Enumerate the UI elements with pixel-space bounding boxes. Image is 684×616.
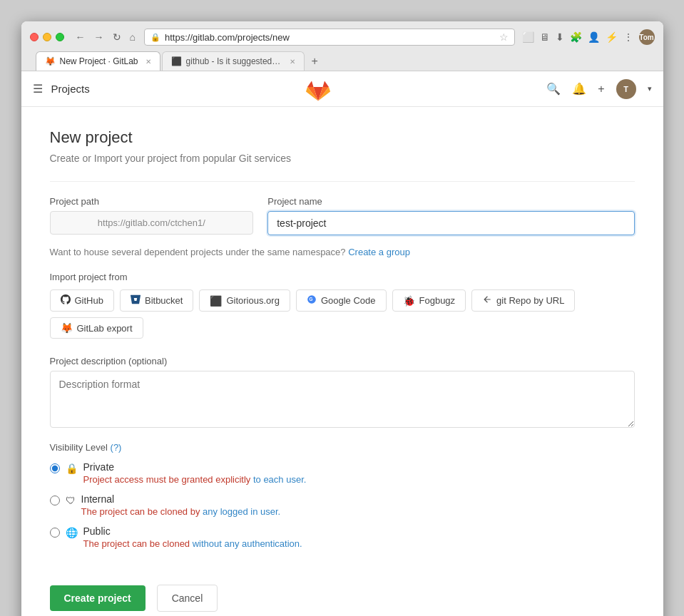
- screen-icon[interactable]: 🖥: [540, 31, 550, 43]
- visibility-private-radio[interactable]: [50, 463, 60, 473]
- cast-icon[interactable]: ⬜: [522, 31, 534, 43]
- visibility-private-option: 🔒 Private Project access must be granted…: [50, 461, 635, 485]
- project-path-display: https://gitlab.com/ctchen1/: [50, 211, 254, 235]
- import-gitorious-button[interactable]: ⬛ Gitorious.org: [199, 289, 290, 312]
- import-github-button[interactable]: GitHub: [50, 289, 114, 312]
- more-icon[interactable]: ⋮: [623, 31, 633, 43]
- notifications-icon[interactable]: 🔔: [572, 82, 586, 96]
- header-logo: [101, 76, 535, 102]
- header-left: ☰ Projects: [33, 82, 90, 96]
- cancel-button[interactable]: Cancel: [157, 585, 218, 612]
- visibility-internal-content: Internal The project can be cloned by an…: [81, 493, 281, 517]
- nav-buttons: ← → ↻ ⌂: [73, 30, 138, 44]
- header-projects-label: Projects: [51, 83, 90, 95]
- lock-visibility-icon: 🔒: [66, 463, 78, 474]
- tab-close-github[interactable]: ✕: [290, 58, 295, 66]
- tab-github[interactable]: ⬛ github - Is it suggested to hav ✕: [162, 51, 305, 71]
- tab-close-gitlab[interactable]: ✕: [146, 58, 151, 66]
- traffic-lights: [30, 33, 64, 41]
- google-code-label: Google Code: [321, 295, 376, 306]
- google-code-icon: G: [307, 294, 317, 307]
- visibility-public-content: Public The project can be cloned without…: [83, 525, 302, 549]
- lock-icon: 🔒: [150, 33, 160, 42]
- visibility-private-name: Private: [83, 461, 307, 473]
- project-name-group: Project name: [267, 196, 634, 235]
- create-icon[interactable]: +: [598, 83, 604, 96]
- bitbucket-label: Bitbucket: [145, 295, 183, 306]
- visibility-private-desc: Project access must be granted explicitl…: [83, 474, 307, 485]
- bolt-icon[interactable]: ⚡: [606, 31, 618, 43]
- visibility-internal-name: Internal: [81, 493, 281, 505]
- description-textarea[interactable]: [50, 371, 635, 428]
- maximize-button[interactable]: [56, 33, 64, 41]
- refresh-button[interactable]: ↻: [110, 30, 124, 44]
- new-tab-button[interactable]: +: [306, 52, 324, 71]
- import-git-repo-url-button[interactable]: git Repo by URL: [471, 289, 575, 312]
- visibility-private-desc-highlight: to each user.: [253, 474, 306, 485]
- main-form-container: New project Create or Import your projec…: [21, 107, 663, 616]
- back-button[interactable]: ←: [73, 30, 88, 44]
- visibility-public-option: 🌐 Public The project can be cloned witho…: [50, 525, 635, 549]
- gitorious-icon: ⬛: [210, 295, 222, 307]
- gitlab-logo: [305, 76, 331, 102]
- gitlab-header: ☰ Projects 🔍 🔔 + T: [21, 71, 663, 107]
- import-gitlab-export-button[interactable]: 🦊 GitLab export: [50, 317, 143, 339]
- project-path-group: Project path https://gitlab.com/ctchen1/: [50, 196, 254, 235]
- bitbucket-icon: [131, 294, 141, 307]
- tab-title-github: github - Is it suggested to hav: [186, 56, 282, 66]
- visibility-title: Visibility Level (?): [50, 442, 635, 453]
- git-repo-url-icon: [482, 294, 492, 307]
- form-actions: Create project Cancel: [50, 570, 635, 612]
- download-icon[interactable]: ⬇: [556, 31, 564, 43]
- visibility-internal-radio[interactable]: [50, 496, 60, 505]
- chrome-user-avatar[interactable]: Tom: [639, 29, 655, 45]
- tab-favicon-github: ⬛: [171, 56, 182, 66]
- namespace-hint-text: Want to house several dependent projects…: [50, 247, 346, 257]
- address-text: https://gitlab.com/projects/new: [165, 32, 495, 43]
- user-menu-chevron[interactable]: ▾: [648, 84, 652, 93]
- minimize-button[interactable]: [43, 33, 51, 41]
- visibility-section: Visibility Level (?) 🔒 Private Project a…: [50, 442, 635, 549]
- home-button[interactable]: ⌂: [127, 30, 138, 44]
- search-icon[interactable]: 🔍: [546, 82, 561, 96]
- project-name-input[interactable]: [267, 211, 634, 235]
- fogbugz-label: Fogbugz: [419, 295, 456, 306]
- import-google-code-button[interactable]: G Google Code: [296, 289, 387, 312]
- tabs-bar: 🦊 New Project · GitLab ✕ ⬛ github - Is i…: [30, 51, 655, 71]
- import-fogbugz-button[interactable]: 🐞 Fogbugz: [392, 289, 466, 312]
- visibility-help-link[interactable]: (?): [111, 442, 122, 453]
- project-name-label: Project name: [267, 196, 634, 207]
- person-icon[interactable]: 👤: [588, 31, 600, 43]
- puzzle-icon[interactable]: 🧩: [570, 31, 582, 43]
- tab-gitlab[interactable]: 🦊 New Project · GitLab ✕: [36, 51, 160, 71]
- import-bitbucket-button[interactable]: Bitbucket: [120, 289, 193, 312]
- visibility-public-desc-highlight: without any authentication.: [193, 538, 302, 549]
- fogbugz-icon: 🐞: [403, 295, 415, 307]
- hamburger-menu[interactable]: ☰: [33, 82, 43, 96]
- description-label: Project description (optional): [50, 356, 635, 366]
- page-content: ☰ Projects 🔍 🔔 + T: [21, 71, 663, 616]
- create-group-link[interactable]: Create a group: [348, 247, 410, 257]
- forward-button[interactable]: →: [91, 30, 107, 44]
- browser-titlebar: ← → ↻ ⌂ 🔒 https://gitlab.com/projects/ne…: [21, 21, 663, 71]
- close-button[interactable]: [30, 33, 39, 41]
- subtitle-text: Create or Import your project from popul…: [50, 153, 291, 164]
- bookmark-icon[interactable]: ☆: [499, 31, 509, 43]
- header-right: 🔍 🔔 + T ▾: [546, 79, 651, 99]
- tab-favicon-gitlab: 🦊: [45, 56, 56, 66]
- github-label: GitHub: [75, 295, 103, 306]
- visibility-public-desc-text: The project can be cloned: [83, 538, 193, 549]
- browser-actions: ⬜ 🖥 ⬇ 🧩 👤 ⚡ ⋮ Tom: [522, 29, 655, 45]
- visibility-public-radio[interactable]: [50, 528, 60, 538]
- browser-window: ← → ↻ ⌂ 🔒 https://gitlab.com/projects/ne…: [21, 21, 663, 616]
- address-bar[interactable]: 🔒 https://gitlab.com/projects/new ☆: [144, 29, 515, 46]
- user-avatar[interactable]: T: [616, 79, 636, 99]
- namespace-hint: Want to house several dependent projects…: [50, 247, 635, 257]
- visibility-label-text: Visibility Level: [50, 442, 108, 453]
- visibility-internal-desc-text: The project can be cloned by: [81, 506, 203, 517]
- visibility-private-content: Private Project access must be granted e…: [83, 461, 307, 485]
- svg-text:G: G: [309, 297, 312, 302]
- visibility-public-name: Public: [83, 525, 302, 537]
- create-project-button[interactable]: Create project: [50, 585, 146, 611]
- visibility-internal-option: 🛡 Internal The project can be cloned by …: [50, 493, 635, 517]
